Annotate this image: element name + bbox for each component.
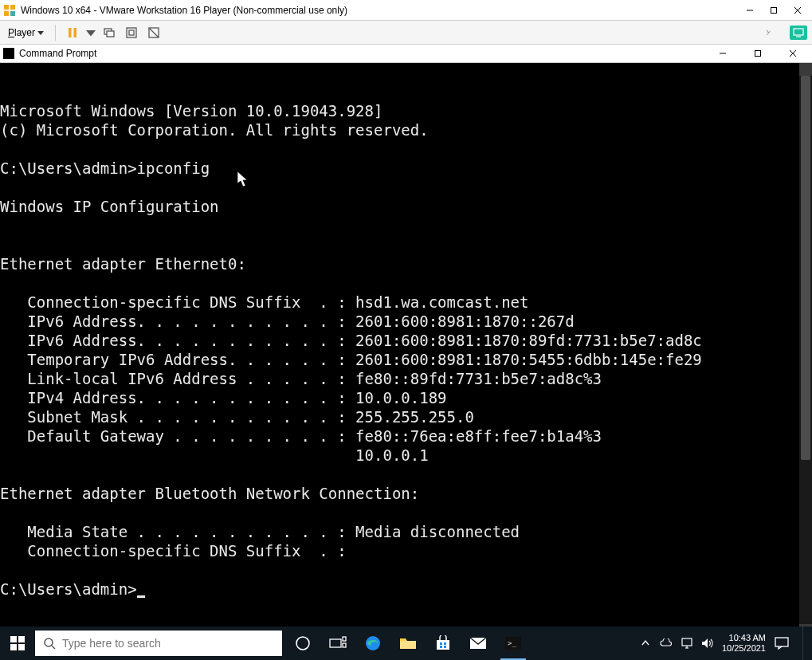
tray-onedrive-icon[interactable] [660,637,673,650]
cmd-scrollbar[interactable] [799,63,812,637]
cmd-line: IPv6 Address. . . . . . . . . . . : 2601… [0,331,799,350]
svg-rect-41 [444,646,446,648]
scrollbar-track[interactable] [799,76,812,624]
svg-text:>_: >_ [508,639,516,647]
svg-rect-34 [343,643,346,647]
taskbar-search[interactable]: Type here to search [35,631,282,656]
svg-rect-45 [682,638,692,646]
stream-button[interactable] [790,26,807,40]
cmd-console[interactable]: Microsoft Windows [Version 10.0.19043.92… [0,63,799,637]
svg-rect-32 [330,639,341,647]
tray-clock[interactable]: 10:43 AM 10/25/2021 [722,633,766,654]
system-tray: 10:43 AM 10/25/2021 [633,627,812,660]
cmd-line: Link-local IPv6 Address . . . . . : fe80… [0,369,799,388]
cmd-prompt-line[interactable]: C:\Users\admin> [0,579,799,599]
cortana-button[interactable] [285,627,320,660]
cmd-minimize-button[interactable] [707,45,739,62]
taskbar-app-edge[interactable] [355,627,390,660]
cmd-line: IPv6 Address. . . . . . . . . . . : 2601… [0,312,799,331]
cmd-close-button[interactable] [777,45,809,62]
scrollbar-up-arrow[interactable] [799,63,812,76]
cmd-maximize-button[interactable] [742,45,774,62]
store-icon [435,635,451,651]
taskbar-app-mail[interactable] [461,627,496,660]
svg-rect-39 [444,642,446,645]
cmd-line: Connection-specific DNS Suffix . : hsd1.… [0,293,799,312]
cmd-prompt-text: C:\Users\admin> [0,580,137,598]
cmd-line: Connection-specific DNS Suffix . : [0,541,799,560]
guest-vm-area: Command Prompt Microsoft Windows [Versio… [0,45,812,627]
cmd-title-icon [3,48,14,59]
cmd-line [0,235,799,254]
fullscreen-button[interactable] [123,24,140,41]
cmd-line: Ethernet adapter Bluetooth Network Conne… [0,484,799,503]
vmware-window-title: Windows 10 x64 - VMware Workstation 16 P… [21,5,739,16]
cmd-line: (c) Microsoft Corporation. All rights re… [0,120,799,139]
cmd-line: Subnet Mask . . . . . . . . . . . : 255.… [0,407,799,426]
cmd-line: Default Gateway . . . . . . . . . : fe80… [0,426,799,446]
player-menu[interactable]: Player [5,26,47,40]
vmware-close-button[interactable] [787,2,809,18]
svg-rect-9 [69,28,72,37]
cmd-line [0,178,799,197]
vmware-minimize-button[interactable] [739,2,761,18]
cmd-line: Ethernet adapter Ethernet0: [0,254,799,273]
vmware-titlebar: Windows 10 x64 - VMware Workstation 16 P… [0,0,812,21]
show-desktop-button[interactable] [802,627,806,660]
windows-logo-icon [10,636,25,650]
toolbar-separator [55,25,56,41]
windows-taskbar: Type here to search >_ 10:43 AM 10/25/20… [0,627,812,660]
start-button[interactable] [0,627,35,660]
scrollbar-thumb[interactable] [801,76,810,460]
taskbar-app-store[interactable] [426,627,461,660]
player-menu-label: layer [14,27,35,38]
task-view-button[interactable] [320,627,355,660]
tray-volume-icon[interactable] [701,637,714,650]
vmware-maximize-button[interactable] [763,2,785,18]
svg-rect-21 [755,51,761,57]
vmware-icon [3,4,16,17]
svg-rect-28 [18,644,25,650]
svg-line-17 [149,28,159,37]
svg-rect-15 [129,30,134,35]
vmware-toolbar: Player [0,21,812,45]
chevron-down-icon [37,29,44,36]
svg-rect-27 [10,644,17,650]
svg-rect-36 [400,641,416,649]
cortana-icon [295,635,311,651]
taskbar-app-cmd[interactable]: >_ [496,627,531,660]
svg-rect-5 [771,7,777,13]
cycle-multiple-monitors-button[interactable] [764,24,782,41]
tray-show-hidden-icons[interactable] [639,637,652,650]
svg-rect-26 [18,636,25,642]
tray-time: 10:43 AM [722,633,766,643]
send-ctrl-alt-del-button[interactable] [100,24,118,41]
cmd-window-controls [707,45,809,62]
cmd-line [0,273,799,293]
svg-rect-2 [4,11,9,16]
svg-rect-0 [4,5,9,10]
svg-rect-25 [10,636,17,642]
pause-button[interactable] [64,24,81,41]
svg-rect-37 [437,640,449,650]
taskbar-app-file-explorer[interactable] [390,627,426,660]
svg-rect-13 [107,31,114,37]
cmd-window-title: Command Prompt [19,48,707,59]
svg-marker-8 [37,31,44,35]
svg-marker-48 [702,638,708,648]
cmd-line [0,216,799,235]
tray-network-icon[interactable] [681,637,693,650]
unity-mode-button[interactable] [145,24,163,41]
action-center-button[interactable] [774,635,790,651]
cmd-line [0,465,799,484]
svg-rect-18 [794,29,803,35]
folder-icon [399,636,417,650]
cmd-line: Microsoft Windows [Version 10.0.19043.92… [0,101,799,120]
cmd-line [0,503,799,522]
cmd-cursor [137,595,145,598]
cmd-titlebar: Command Prompt [0,45,812,63]
cmd-line: IPv4 Address. . . . . . . . . . . : 10.0… [0,388,799,407]
svg-line-30 [52,646,55,649]
cmd-line: C:\Users\admin>ipconfig [0,159,799,178]
power-menu-dropdown[interactable] [86,24,96,41]
